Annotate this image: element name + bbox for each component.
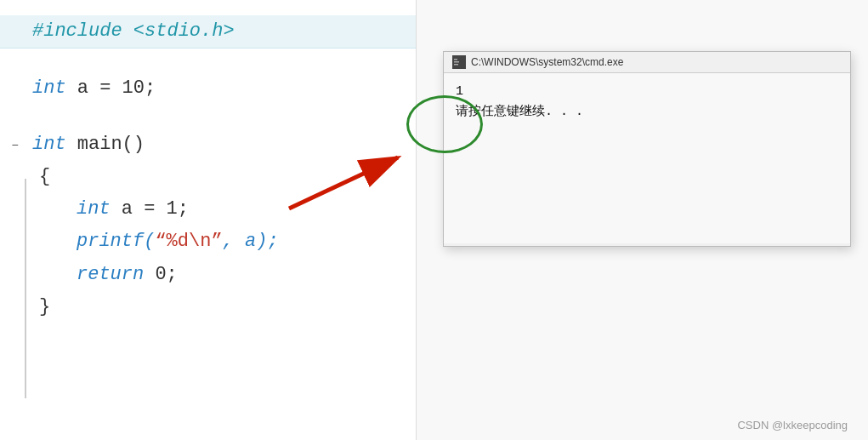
svg-rect-3 (454, 64, 458, 66)
cmd-title: C:\WINDOWS\system32\cmd.exe (471, 56, 623, 68)
close-brace: } (26, 293, 50, 322)
printf-call: printf(“%d\n”, a); (26, 227, 279, 256)
svg-rect-1 (454, 59, 457, 60)
cmd-window-icon (452, 55, 466, 69)
code-line-2 (0, 49, 416, 72)
cmd-output-number: 1 (456, 82, 838, 102)
cmd-output-text: 请按任意键继续. . . (456, 102, 838, 123)
return-stmt: return 0; (26, 260, 178, 289)
cmd-window: C:\WINDOWS\system32\cmd.exe 1 请按任意键继续. .… (443, 51, 851, 247)
watermark: CSDN @lxkeepcoding (737, 419, 848, 431)
open-brace: { (26, 163, 50, 191)
code-line-4 (0, 105, 416, 129)
code-line-3: int a = 10; (0, 72, 416, 105)
code-editor: #include <stdio.h> int a = 10; − int mai… (0, 0, 417, 440)
code-line-9: return 0; (0, 259, 416, 291)
code-line-7: int a = 1; (0, 193, 416, 226)
code-line-6: { (0, 161, 416, 193)
local-var: int a = 1; (26, 195, 189, 224)
include-statement: #include <stdio.h> (26, 17, 235, 46)
code-line-10: } (0, 291, 416, 323)
code-line-1: #include <stdio.h> (0, 15, 416, 49)
cmd-titlebar: C:\WINDOWS\system32\cmd.exe (444, 52, 850, 73)
code-line-8: printf(“%d\n”, a); (0, 226, 416, 258)
collapse-button[interactable]: − (12, 139, 19, 152)
cmd-body: 1 请按任意键继续. . . (444, 73, 850, 243)
svg-rect-2 (454, 61, 459, 63)
global-var: int a = 10; (26, 74, 156, 103)
main-func-decl: int main() (26, 130, 145, 159)
collapse-line (25, 179, 26, 398)
code-line-5: − int main() (0, 129, 416, 161)
